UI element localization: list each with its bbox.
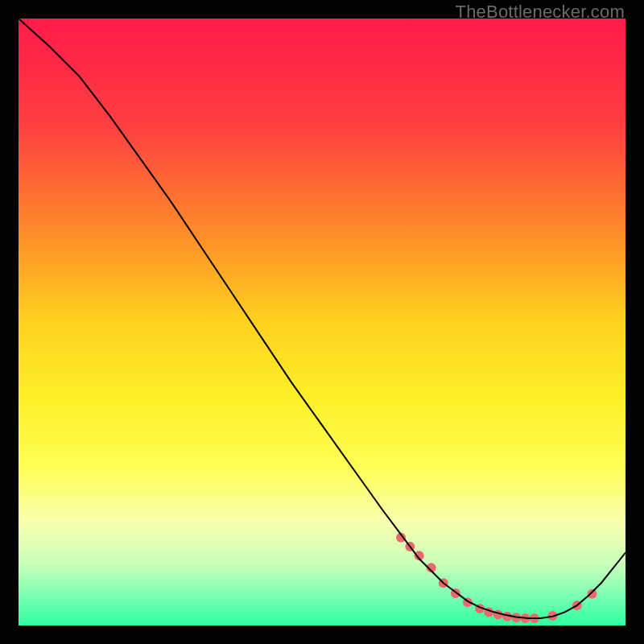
chart-plot-area xyxy=(19,19,625,625)
chart-stage: TheBottlenecker.com xyxy=(0,0,644,644)
chart-svg xyxy=(19,19,625,625)
gradient-background xyxy=(19,19,625,625)
watermark-text: TheBottlenecker.com xyxy=(456,2,625,23)
marker-dot xyxy=(588,589,597,599)
